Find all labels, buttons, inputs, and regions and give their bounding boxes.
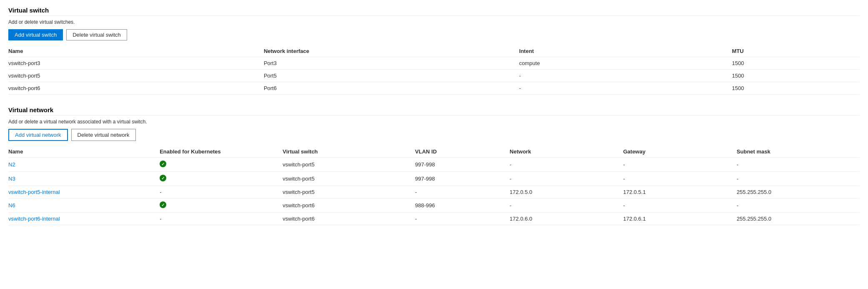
virtual-network-table: Name Enabled for Kubernetes Virtual swit… [8,146,860,225]
vn-cell-vswitch: vswitch-port5 [283,172,415,186]
vn-cell-k8s [160,199,283,213]
vn-cell-network: 172.0.6.0 [510,213,623,225]
vn-cell-name: N3 [8,172,160,186]
vn-cell-vswitch: vswitch-port6 [283,199,415,213]
virtual-network-divider [8,115,860,116]
vs-col-name: Name [8,45,264,57]
vn-cell-subnet: 255.255.255.0 [737,186,860,199]
enabled-check-icon [160,175,166,181]
vn-cell-vswitch: vswitch-port6 [283,213,415,225]
vn-cell-subnet: - [737,199,860,213]
vn-cell-network: 172.0.5.0 [510,186,623,199]
vn-cell-vlan: 997-998 [415,172,510,186]
vs-cell-intent: - [519,82,732,95]
enabled-dash: - [160,189,161,195]
vn-cell-vswitch: vswitch-port5 [283,158,415,172]
vn-cell-vswitch: vswitch-port5 [283,186,415,199]
vn-cell-k8s [160,172,283,186]
vs-col-mtu: MTU [732,45,860,57]
vn-cell-gateway: - [623,199,736,213]
vn-name-link[interactable]: vswitch-port6-internal [8,216,60,222]
delete-virtual-switch-button[interactable]: Delete virtual switch [66,29,127,40]
virtual-network-section: Virtual network Add or delete a virtual … [8,106,860,225]
table-row: vswitch-port6 Port6 - 1500 [8,82,860,95]
vs-col-intent: Intent [519,45,732,57]
enabled-dash: - [160,216,161,222]
enabled-check-icon [160,161,166,167]
vn-name-link[interactable]: N6 [8,202,15,209]
vs-cell-name: vswitch-port6 [8,82,264,95]
vs-cell-interface: Port3 [264,57,519,70]
table-row: vswitch-port5 Port5 - 1500 [8,70,860,82]
vn-cell-vlan: - [415,186,510,199]
vn-name-link[interactable]: vswitch-port5-internal [8,189,60,195]
vs-cell-mtu: 1500 [732,57,860,70]
vs-cell-mtu: 1500 [732,82,860,95]
vn-cell-subnet: - [737,158,860,172]
vn-cell-network: - [510,199,623,213]
vn-cell-name: N2 [8,158,160,172]
vn-cell-name: vswitch-port6-internal [8,213,160,225]
virtual-switch-section: Virtual switch Add or delete virtual swi… [8,7,860,95]
vn-name-link[interactable]: N2 [8,161,15,168]
vn-cell-gateway: - [623,172,736,186]
vn-col-subnet: Subnet mask [737,146,860,158]
virtual-network-table-header: Name Enabled for Kubernetes Virtual swit… [8,146,860,158]
virtual-network-button-row: Add virtual network Delete virtual netwo… [8,129,860,141]
vn-cell-k8s: - [160,213,283,225]
virtual-network-description: Add or delete a virtual network associat… [8,119,860,125]
vn-col-name: Name [8,146,160,158]
virtual-switch-description: Add or delete virtual switches. [8,19,860,25]
vs-cell-interface: Port5 [264,70,519,82]
vs-col-network-interface: Network interface [264,45,519,57]
virtual-switch-table: Name Network interface Intent MTU vswitc… [8,45,860,95]
virtual-network-title: Virtual network [8,106,860,113]
vn-cell-gateway: 172.0.6.1 [623,213,736,225]
vn-cell-vlan: 997-998 [415,158,510,172]
virtual-switch-table-body: vswitch-port3 Port3 compute 1500 vswitch… [8,57,860,95]
vn-name-link[interactable]: N3 [8,176,15,182]
virtual-switch-divider [8,15,860,16]
vn-cell-network: - [510,172,623,186]
enabled-check-icon [160,201,166,208]
vn-cell-name: vswitch-port5-internal [8,186,160,199]
vs-cell-intent: compute [519,57,732,70]
vn-col-network: Network [510,146,623,158]
vn-cell-subnet: - [737,172,860,186]
virtual-switch-title: Virtual switch [8,7,860,14]
vn-cell-subnet: 255.255.255.0 [737,213,860,225]
vn-col-gateway: Gateway [623,146,736,158]
delete-virtual-network-button[interactable]: Delete virtual network [71,129,136,141]
vn-cell-network: - [510,158,623,172]
virtual-switch-table-header: Name Network interface Intent MTU [8,45,860,57]
vs-cell-name: vswitch-port3 [8,57,264,70]
vs-cell-mtu: 1500 [732,70,860,82]
table-row: N3 vswitch-port5 997-998 - - - [8,172,860,186]
table-row: vswitch-port5-internal - vswitch-port5 -… [8,186,860,199]
vn-cell-vlan: - [415,213,510,225]
vs-cell-name: vswitch-port5 [8,70,264,82]
virtual-network-table-body: N2 vswitch-port5 997-998 - - - N3 vswitc… [8,158,860,225]
vn-col-vlan: VLAN ID [415,146,510,158]
vn-cell-vlan: 988-996 [415,199,510,213]
table-row: vswitch-port6-internal - vswitch-port6 -… [8,213,860,225]
table-row: N6 vswitch-port6 988-996 - - - [8,199,860,213]
vs-cell-interface: Port6 [264,82,519,95]
vn-cell-k8s [160,158,283,172]
vn-cell-name: N6 [8,199,160,213]
add-virtual-switch-button[interactable]: Add virtual switch [8,29,63,40]
vs-cell-intent: - [519,70,732,82]
table-row: N2 vswitch-port5 997-998 - - - [8,158,860,172]
vn-col-k8s: Enabled for Kubernetes [160,146,283,158]
table-row: vswitch-port3 Port3 compute 1500 [8,57,860,70]
add-virtual-network-button[interactable]: Add virtual network [8,129,68,141]
vn-col-vswitch: Virtual switch [283,146,415,158]
virtual-switch-button-row: Add virtual switch Delete virtual switch [8,29,860,40]
vn-cell-gateway: - [623,158,736,172]
vn-cell-gateway: 172.0.5.1 [623,186,736,199]
vn-cell-k8s: - [160,186,283,199]
